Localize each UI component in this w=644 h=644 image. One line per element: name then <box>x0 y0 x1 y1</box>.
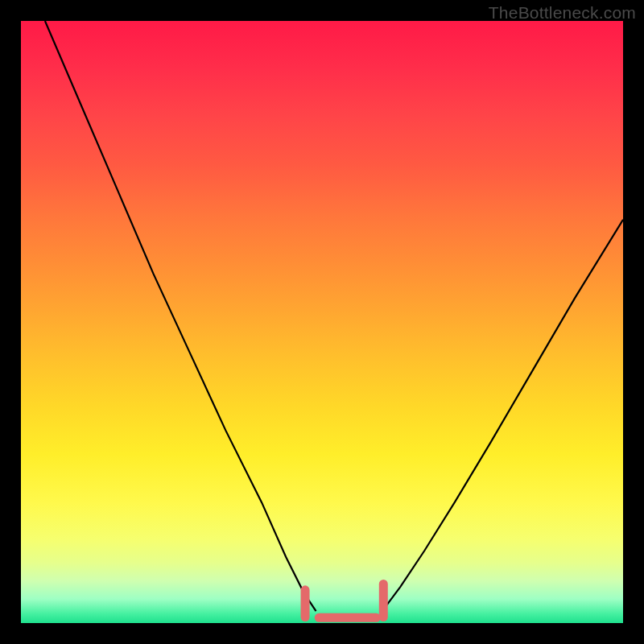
curve-layer <box>21 21 623 623</box>
plot-area <box>21 21 623 623</box>
curve-left-arm <box>45 21 316 611</box>
watermark-text: TheBottleneck.com <box>489 3 636 23</box>
curve-right-arm <box>382 220 623 611</box>
chart-stage: TheBottleneck.com <box>0 0 644 644</box>
valley-marker <box>305 584 383 617</box>
